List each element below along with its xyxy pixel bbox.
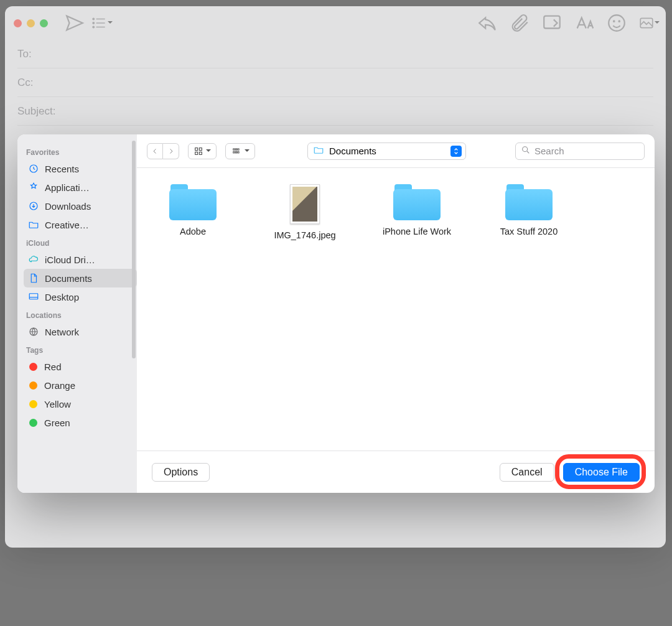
subject-label: Subject: [17, 105, 55, 118]
svg-rect-13 [199, 147, 202, 150]
send-icon[interactable] [64, 14, 85, 32]
search-field[interactable]: Search [515, 142, 645, 160]
sidebar-item-label: Network [45, 327, 79, 337]
file-item[interactable]: Adobe [149, 184, 236, 236]
sidebar-item-creative[interactable]: Creative… [24, 215, 137, 234]
view-mode-icons[interactable] [188, 143, 217, 159]
sidebar-item-icloud-drive[interactable]: iCloud Dri… [24, 250, 137, 269]
sidebar-tag-orange[interactable]: Orange [24, 376, 137, 395]
to-field[interactable]: To: [17, 40, 653, 68]
file-name: Adobe [180, 227, 206, 236]
sidebar-item-label: Recents [45, 164, 79, 174]
minimize-window-button[interactable] [27, 19, 35, 27]
location-popup[interactable]: Documents [307, 142, 466, 160]
svg-rect-10 [29, 294, 38, 299]
tag-dot-icon [29, 381, 37, 390]
svg-rect-12 [195, 147, 198, 150]
photo-browser-icon[interactable] [638, 14, 660, 32]
svg-point-5 [614, 21, 614, 21]
window-controls [14, 19, 48, 27]
sidebar-item-desktop[interactable]: Desktop [24, 287, 137, 306]
svg-rect-20 [235, 151, 236, 152]
markup-icon[interactable] [541, 14, 562, 32]
subject-field[interactable]: Subject: [17, 97, 653, 126]
sidebar-item-applications[interactable]: Applicati… [24, 178, 137, 197]
svg-rect-17 [235, 148, 236, 149]
cancel-button[interactable]: Cancel [500, 463, 554, 482]
cloud-icon [27, 253, 40, 266]
back-button[interactable] [147, 143, 163, 159]
tag-dot-icon [29, 363, 37, 371]
mail-toolbar [5, 6, 666, 40]
sidebar-item-label: Downloads [45, 201, 91, 212]
sidebar-tag-red[interactable]: Red [24, 357, 137, 376]
font-icon[interactable] [574, 14, 595, 32]
to-label: To: [17, 48, 32, 60]
emoji-icon[interactable] [606, 14, 627, 32]
sidebar-item-label: Applicati… [45, 182, 90, 193]
image-thumbnail [290, 184, 320, 224]
folder-icon [393, 184, 441, 220]
zoom-window-button[interactable] [40, 19, 48, 27]
file-item[interactable]: iPhone Life Work [373, 184, 460, 236]
dialog-toolbar: Documents Search [137, 134, 655, 168]
choose-file-button[interactable]: Choose File [563, 463, 640, 482]
svg-point-1 [93, 22, 94, 24]
sidebar-item-downloads[interactable]: Downloads [24, 197, 137, 215]
tag-dot-icon [29, 400, 37, 408]
search-placeholder: Search [534, 146, 564, 156]
tags-header: Tags [24, 341, 137, 357]
sidebar-item-label: Desktop [45, 292, 79, 302]
desktop-icon [27, 291, 40, 303]
svg-point-6 [619, 21, 620, 21]
sidebar-item-label: Orange [44, 380, 75, 391]
svg-rect-15 [199, 152, 202, 154]
tag-dot-icon [29, 419, 37, 427]
folder-icon [313, 144, 324, 157]
sidebar-item-documents[interactable]: Documents [24, 269, 137, 287]
cancel-label: Cancel [511, 467, 543, 478]
list-format-icon[interactable] [91, 14, 113, 32]
sidebar-item-recents[interactable]: Recents [24, 159, 137, 178]
sidebar-item-label: Green [44, 418, 70, 428]
folder-icon [505, 184, 553, 220]
options-button[interactable]: Options [152, 463, 210, 482]
svg-rect-18 [238, 148, 239, 149]
reply-icon[interactable] [477, 14, 498, 32]
cc-field[interactable]: Cc: [17, 68, 653, 97]
close-window-button[interactable] [14, 19, 22, 27]
document-icon [27, 272, 40, 284]
sidebar-item-network[interactable]: Network [24, 322, 137, 341]
file-item[interactable]: Tax Stuff 2020 [485, 184, 572, 236]
clock-icon [27, 162, 40, 175]
sidebar-tag-green[interactable]: Green [24, 413, 137, 432]
svg-rect-21 [238, 151, 239, 152]
group-mode[interactable] [225, 143, 255, 159]
location-label: Documents [329, 146, 376, 156]
file-item[interactable]: IMG_1746.jpeg [261, 184, 348, 240]
sidebar-item-label: iCloud Dri… [45, 255, 95, 265]
file-grid: AdobeIMG_1746.jpegiPhone Life WorkTax St… [137, 168, 655, 451]
sidebar-item-label: Creative… [45, 220, 89, 230]
choose-label: Choose File [575, 467, 628, 478]
svg-rect-3 [544, 16, 560, 29]
folder-icon [169, 184, 217, 220]
globe-icon [27, 325, 40, 338]
cc-label: Cc: [17, 77, 34, 89]
search-icon [521, 145, 531, 157]
dialog-main: Documents Search AdobeIMG_1746.jpegiPhon… [137, 134, 655, 493]
svg-point-0 [93, 18, 94, 19]
svg-rect-14 [195, 152, 198, 154]
attach-icon[interactable] [509, 14, 530, 32]
sidebar-item-label: Yellow [44, 399, 71, 409]
svg-point-2 [93, 26, 94, 27]
sidebar-item-label: Red [44, 362, 62, 372]
svg-rect-19 [233, 151, 235, 152]
file-name: Tax Stuff 2020 [500, 227, 558, 236]
sidebar-item-label: Documents [45, 273, 92, 284]
file-chooser-dialog: Favorites Recents Applicati… Downloads C… [17, 134, 655, 493]
forward-button[interactable] [163, 143, 179, 159]
sidebar-scrollbar[interactable] [132, 141, 136, 358]
file-name: IMG_1746.jpeg [274, 230, 335, 240]
sidebar-tag-yellow[interactable]: Yellow [24, 395, 137, 413]
